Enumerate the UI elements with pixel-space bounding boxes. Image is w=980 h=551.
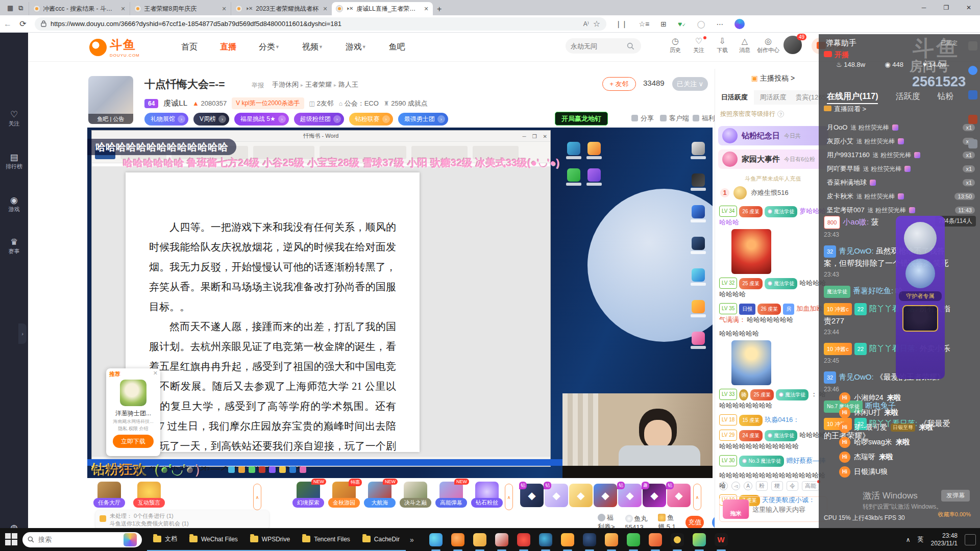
meme-chip[interactable]: 梗 (771, 481, 783, 491)
restore-button[interactable]: ❐ (935, 0, 958, 15)
kpl-tag[interactable]: V kpl第一位2000杀选手 (232, 97, 304, 109)
promo-badge[interactable]: 开局赢龙地钉 (555, 112, 608, 126)
arrival-name[interactable]: 日银满U狼 (854, 467, 888, 477)
chat-input[interactable] (752, 506, 827, 513)
nav-item-视频[interactable]: 视频▼ (302, 42, 323, 53)
header-action-创作中心[interactable]: ◎创作中心 (756, 36, 780, 54)
task-toast[interactable]: 未处理： 0个任务进行 (1) 斗鱼送你1次免费领火箭机会 (1) (95, 510, 269, 530)
gift-username[interactable]: 香菜种满地球 (827, 178, 867, 187)
room-badge-V周榜[interactable]: V周榜› (193, 113, 229, 126)
browser-tab[interactable]: 王者荣耀8周年庆庆✕ (130, 2, 231, 15)
collapse-right-button[interactable]: ∧ (693, 484, 701, 510)
site-search-input[interactable] (571, 42, 627, 50)
collapse-left-button[interactable]: ∧ (253, 484, 261, 510)
collections-icon[interactable]: ⊞ (660, 20, 667, 28)
refresh-button[interactable]: ⟳ (15, 19, 31, 29)
gift-icon[interactable]: ◆钻 (667, 484, 691, 507)
rail-item-排行榜[interactable]: ▤排行榜 (0, 152, 28, 170)
activity-任务大厅[interactable]: 任务大厅 (93, 482, 125, 508)
read-aloud-icon[interactable]: A⁾ (583, 20, 589, 28)
gift-icon[interactable]: ◆钻 (545, 484, 568, 507)
fans-chip[interactable]: 粉 (756, 481, 768, 491)
tab-weekly-activity[interactable]: 周活跃度 (754, 90, 793, 105)
home-event-banner[interactable]: 家园大事件今日有6位粉 (718, 149, 828, 169)
taskbar-window-WPSDrive[interactable]: WPSDrive (244, 528, 296, 551)
site-search[interactable] (566, 38, 641, 54)
horn-icon[interactable]: ◅ (731, 482, 740, 490)
taskbar-overflow[interactable]: » (406, 536, 418, 544)
steam-icon[interactable] (583, 533, 596, 546)
wechat-icon[interactable] (627, 533, 640, 546)
tag-icon[interactable] (968, 90, 977, 99)
potplayer-icon[interactable] (539, 533, 552, 546)
gift-username[interactable]: 坚定考研007 (827, 206, 865, 215)
nav-item-直播[interactable]: 直播 (220, 42, 236, 53)
taskbar-window-CacheDir[interactable]: CacheDir (356, 528, 406, 551)
kugou-icon[interactable] (693, 533, 706, 546)
yy-icon[interactable] (561, 533, 574, 546)
wps-icon[interactable]: W (715, 533, 728, 546)
activity-决斗之巅[interactable]: 决斗之巅 (400, 482, 431, 508)
chat-input-box[interactable]: 拖米 (719, 496, 827, 522)
douyu-logo[interactable]: 斗鱼 DOUYU.COM (89, 37, 140, 58)
input-language[interactable]: 英 (918, 535, 924, 544)
header-action-关注[interactable]: ♡关注 (687, 36, 710, 54)
bell-icon[interactable] (968, 66, 977, 75)
tab-close-icon[interactable]: ✕ (323, 6, 327, 12)
search-icon[interactable] (627, 42, 634, 50)
anchor-post-link[interactable]: ▣主播投稿 > (715, 74, 831, 83)
tab-online-users[interactable]: 在线用户(117) (827, 91, 878, 104)
header-action-历史[interactable]: ◷历史 (664, 36, 687, 54)
taskbar-search[interactable] (22, 532, 142, 547)
helper-username[interactable]: 番薯好吃鱼: (853, 286, 895, 295)
file-explorer-icon[interactable] (473, 533, 486, 546)
tray-chevron[interactable]: ∧ (906, 536, 911, 543)
copilot-icon[interactable] (734, 19, 745, 29)
pen-app-icon[interactable] (649, 533, 662, 546)
followed-button[interactable]: 已关注 ∨ (672, 77, 708, 91)
new-tab-button[interactable]: + (433, 3, 446, 15)
gift-icon[interactable]: ◆趣 (643, 484, 666, 507)
replay-link[interactable]: 直播回看 > (824, 105, 866, 114)
activity-高能弹幕[interactable]: 高能弹幕NEW (435, 482, 467, 508)
notification-center-icon[interactable] (965, 534, 976, 545)
nav-item-游戏[interactable]: 游戏▼ (346, 42, 366, 53)
tab-close-icon[interactable]: ✕ (120, 6, 125, 12)
favorite-star-icon[interactable]: ☆ (593, 19, 600, 29)
activity-大航海[interactable]: 大航海NEW (364, 482, 396, 508)
tab-close-icon[interactable]: ✕ (222, 6, 226, 12)
rail-expand-chevron[interactable]: › (18, 323, 27, 344)
nav-item-首页[interactable]: 首页 (181, 42, 198, 53)
guardian-pendant[interactable]: 守护者专属 (896, 216, 945, 379)
chat-username[interactable]: 玖淼0416： (765, 416, 799, 423)
room-badge-钻粉联赛[interactable]: 钻粉联赛› (349, 113, 393, 126)
arrival-name[interactable]: 杰瑞呀 (854, 453, 875, 462)
welfare-button[interactable]: 福利 (693, 114, 715, 123)
browser-tab[interactable]: 🕨✕虔诚LL直播_王者荣耀直播_✕ (332, 2, 433, 15)
tab-close-icon[interactable]: ✕ (424, 6, 428, 12)
send-danmaku-button[interactable]: 发弹幕 (941, 490, 970, 502)
clock[interactable]: 23:48 2023/11/1 (931, 532, 958, 547)
popup-close-icon[interactable]: ✕ (153, 370, 158, 377)
emoji-icon[interactable]: ☺ (719, 482, 728, 490)
streamer-name[interactable]: 虔诚LL (163, 98, 187, 108)
room-badge-超级粉丝团[interactable]: 超级粉丝团› (294, 113, 344, 126)
nav-item-分类[interactable]: 分类▼ (259, 42, 280, 53)
room-badge-礼物展馆[interactable]: 礼物展馆› (144, 113, 188, 126)
recharge-button[interactable]: 充值 (685, 516, 704, 529)
helper-username[interactable]: 小ao嗷: (843, 217, 871, 226)
breadcrumb[interactable]: 手游休闲▸王者荣耀▸路人王 (272, 80, 358, 89)
start-button[interactable] (5, 533, 18, 546)
tab-workspaces-icon[interactable]: ▦ (7, 4, 13, 12)
activity-金秋游园[interactable]: 金秋游园特惠 (328, 482, 360, 508)
arrival-name[interactable]: 哈啰swag米 (854, 438, 892, 447)
browser-orange-icon[interactable] (451, 533, 464, 546)
font-size-icon[interactable]: A (744, 482, 752, 490)
taskbar-window-Tencent Files[interactable]: Tencent Files (296, 528, 356, 551)
edge-icon[interactable] (429, 533, 443, 546)
tab-muted-icon[interactable]: 🕨✕ (246, 6, 253, 12)
video-player[interactable]: 忏悔书 - Word ─❐✕ 人四等。一把游戏下来和我没有任何关系，顺风的时候我… (87, 128, 713, 478)
highlight-chip[interactable]: 高能 (802, 481, 819, 491)
tab-muted-icon[interactable]: 🕨✕ (346, 6, 354, 12)
rank-row-1[interactable]: 1 亦难生恨516 (720, 186, 789, 199)
